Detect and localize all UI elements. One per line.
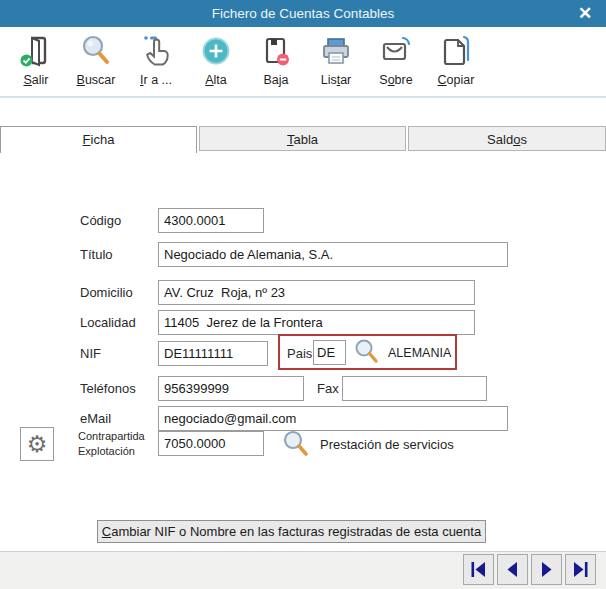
fax-input[interactable] — [342, 376, 487, 401]
pais-name-text: ALEMANIA — [388, 346, 451, 360]
envelope-icon — [366, 31, 426, 71]
record-navigation-bar — [0, 551, 606, 589]
domicilio-label: Domicilio — [80, 285, 133, 300]
goto-hand-icon — [126, 31, 186, 71]
contrapartida-description: Prestación de servicios — [320, 437, 454, 452]
contrapartida-input[interactable] — [158, 431, 264, 456]
salir-button[interactable]: Salir — [6, 29, 66, 93]
tab-bar: Ficha Tabla Saldos — [0, 126, 606, 153]
pais-label: Pais — [287, 346, 312, 361]
accounts-file-window: Fichero de Cuentas Contables ✕ Salir — [0, 0, 606, 589]
copy-icon — [426, 31, 486, 71]
next-record-icon — [535, 558, 558, 581]
nif-input[interactable] — [158, 341, 268, 366]
ir-a-button[interactable]: Ir a ... — [126, 29, 186, 93]
previous-record-icon — [501, 558, 524, 581]
codigo-input[interactable] — [158, 208, 264, 233]
toolbar-separator — [0, 96, 606, 98]
tab-ficha[interactable]: Ficha — [0, 126, 197, 153]
previous-record-button[interactable] — [497, 554, 528, 585]
telefonos-label: Teléfonos — [80, 381, 136, 396]
pais-code-input[interactable] — [313, 340, 346, 365]
alta-button[interactable]: Alta — [186, 29, 246, 93]
window-title: Fichero de Cuentas Contables — [0, 0, 606, 27]
last-record-icon — [569, 558, 592, 581]
exit-door-icon — [6, 31, 66, 71]
copiar-button[interactable]: Copiar — [426, 29, 486, 93]
toolbar: Salir Buscar Ir a ... — [6, 29, 486, 95]
next-record-button[interactable] — [531, 554, 562, 585]
last-record-button[interactable] — [565, 554, 596, 585]
listar-button[interactable]: Listar — [306, 29, 366, 93]
tab-tabla[interactable]: Tabla — [199, 126, 406, 151]
first-record-icon — [467, 558, 490, 581]
tab-saldos[interactable]: Saldos — [408, 126, 606, 151]
localidad-label: Localidad — [80, 315, 136, 330]
codigo-label: Código — [80, 213, 121, 228]
titulo-input[interactable] — [158, 242, 508, 267]
settings-button[interactable]: ⚙ — [20, 427, 54, 461]
email-label: eMail — [80, 411, 111, 426]
sobre-button[interactable]: Sobre — [366, 29, 426, 93]
cambiar-nif-button[interactable]: Cambiar NIF o Nombre en las facturas reg… — [97, 520, 486, 543]
telefonos-input[interactable] — [158, 376, 304, 401]
pais-search-icon[interactable] — [353, 337, 381, 367]
first-record-button[interactable] — [463, 554, 494, 585]
add-icon — [186, 31, 246, 71]
localidad-input[interactable] — [158, 310, 475, 335]
close-icon[interactable]: ✕ — [574, 3, 596, 25]
buscar-button[interactable]: Buscar — [66, 29, 126, 93]
titulo-label: Título — [80, 247, 113, 262]
email-input[interactable] — [158, 406, 508, 431]
baja-button[interactable]: Baja — [246, 29, 306, 93]
search-icon — [66, 31, 126, 71]
delete-icon — [246, 31, 306, 71]
nif-label: NIF — [80, 346, 101, 361]
print-icon — [306, 31, 366, 71]
contrapartida-label: Contrapartida Explotación — [78, 429, 145, 459]
fax-label: Fax — [317, 381, 339, 396]
gear-icon: ⚙ — [27, 433, 48, 456]
domicilio-input[interactable] — [158, 280, 475, 305]
contrapartida-search-icon[interactable] — [281, 428, 311, 460]
titlebar: Fichero de Cuentas Contables ✕ — [0, 0, 606, 27]
